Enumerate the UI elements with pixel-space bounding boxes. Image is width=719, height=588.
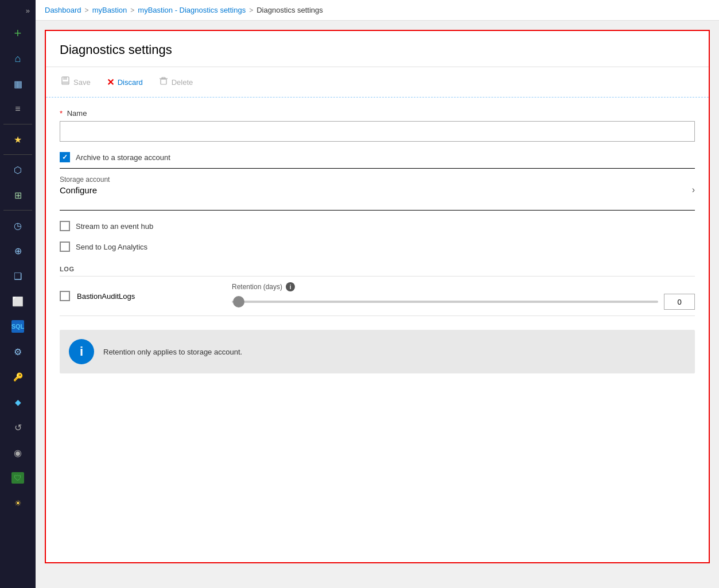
sidebar-item-recent[interactable]: ◷ <box>0 213 36 238</box>
info-banner-icon: i <box>69 339 94 364</box>
discard-icon: ✕ <box>107 77 114 88</box>
breadcrumb: Dashboard > myBastion > myBastion - Diag… <box>36 0 719 21</box>
toolbar: Save ✕ Discard Delete <box>46 67 709 98</box>
stream-checkbox[interactable] <box>60 221 70 231</box>
sidebar-item-menu[interactable]: ≡ <box>0 96 36 122</box>
svg-rect-3 <box>161 79 166 84</box>
breadcrumb-mybastion[interactable]: myBastion <box>92 6 127 14</box>
stream-checkbox-row: Stream to an event hub <box>60 221 695 231</box>
log-section-title: LOG <box>60 266 695 272</box>
breadcrumb-sep-2: > <box>130 6 134 14</box>
storage-configure-row: Configure › <box>60 185 695 200</box>
grid-icon: ⊞ <box>14 190 22 201</box>
log-row-left: BastionAuditLogs <box>60 291 232 301</box>
star-icon: ★ <box>14 134 22 145</box>
sidebar-add-button[interactable]: + <box>0 21 36 46</box>
name-field-label: * Name <box>60 109 695 118</box>
sidebar-item-resources[interactable]: ⬡ <box>0 157 36 182</box>
form-content: * Name Archive to a storage account Stor… <box>46 98 709 385</box>
bastion-audit-logs-checkbox[interactable] <box>60 291 70 301</box>
sidebar-item-keys[interactable]: 🔑 <box>0 364 36 390</box>
log-section: LOG BastionAuditLogs Retention (days) i <box>60 266 695 373</box>
info-banner-text: Retention only applies to storage accoun… <box>103 348 242 356</box>
sidebar-item-home[interactable]: ⌂ <box>0 46 36 71</box>
sidebar-item-storage[interactable]: ❑ <box>0 263 36 289</box>
archive-label[interactable]: Archive to a storage account <box>76 153 170 162</box>
log-row: BastionAuditLogs Retention (days) i <box>60 276 695 316</box>
shield-icon: 🛡 <box>11 472 24 484</box>
delete-button[interactable]: Delete <box>158 74 195 90</box>
sidebar-item-monitor[interactable]: ⬜ <box>0 289 36 314</box>
monitor-icon: ⬜ <box>12 296 24 307</box>
globe-icon: ⊕ <box>14 246 22 256</box>
sidebar-item-speedometer[interactable]: ◉ <box>0 440 36 465</box>
log-analytics-checkbox-row: Send to Log Analytics <box>60 242 695 252</box>
discard-button[interactable]: ✕ Discard <box>106 75 144 90</box>
svg-rect-1 <box>63 77 67 80</box>
save-button[interactable]: Save <box>60 74 92 90</box>
log-analytics-label[interactable]: Send to Log Analytics <box>76 243 147 251</box>
diamond-icon: ◆ <box>15 398 21 407</box>
sidebar-item-settings[interactable]: ⚙ <box>0 339 36 364</box>
required-star: * <box>60 109 63 118</box>
storage-divider <box>60 210 695 211</box>
info-banner: i Retention only applies to storage acco… <box>60 330 695 373</box>
sidebar-expand-button[interactable]: » <box>0 0 36 21</box>
name-input[interactable] <box>60 121 695 142</box>
sidebar-item-shield[interactable]: 🛡 <box>0 465 36 490</box>
cube-icon: ⬡ <box>14 165 22 176</box>
sidebar-divider-1 <box>3 124 32 124</box>
retention-label: Retention (days) <box>232 283 282 291</box>
storage-account-label: Storage account <box>60 176 695 184</box>
box-icon: ❑ <box>14 271 22 282</box>
bastion-audit-logs-label: BastionAuditLogs <box>77 292 135 301</box>
key-icon: 🔑 <box>13 372 23 381</box>
breadcrumb-current: Diagnostics settings <box>256 6 323 14</box>
archive-divider <box>60 168 695 169</box>
storage-configure-text[interactable]: Configure <box>60 185 97 195</box>
stream-label[interactable]: Stream to an event hub <box>76 222 153 231</box>
content-wrapper: Diagnostics settings Save ✕ Discard <box>36 21 719 588</box>
sidebar-item-sql[interactable]: SQL <box>0 314 36 339</box>
dashboard-icon: ▦ <box>14 79 22 89</box>
panel-header: Diagnostics settings <box>46 31 709 67</box>
slider-thumb[interactable] <box>233 296 244 307</box>
page-title: Diagnostics settings <box>60 42 695 57</box>
sidebar-item-all-services[interactable]: ⊞ <box>0 182 36 208</box>
retention-input[interactable] <box>664 294 695 310</box>
breadcrumb-sep-3: > <box>249 6 253 14</box>
retention-info-icon[interactable]: i <box>286 282 295 291</box>
slider-container <box>232 294 695 310</box>
main-area: Dashboard > myBastion > myBastion - Diag… <box>36 0 719 588</box>
home-icon: ⌂ <box>15 53 21 65</box>
circle-arrow-icon: ↺ <box>14 422 22 433</box>
sidebar-divider-3 <box>3 210 32 211</box>
expand-icon: » <box>26 6 30 15</box>
sidebar-item-dashboard[interactable]: ▦ <box>0 71 36 96</box>
sidebar-item-sun[interactable]: ☀ <box>0 490 36 516</box>
archive-checkbox-row: Archive to a storage account <box>60 152 695 162</box>
delete-icon <box>159 76 168 88</box>
log-row-right: Retention (days) i <box>232 282 695 310</box>
diagnostics-panel: Diagnostics settings Save ✕ Discard <box>45 30 710 563</box>
breadcrumb-sep-1: > <box>85 6 89 14</box>
retention-column: Retention (days) i <box>232 282 695 310</box>
sidebar-item-refresh[interactable]: ↺ <box>0 415 36 440</box>
archive-checkbox[interactable] <box>60 152 70 162</box>
storage-account-section: Storage account Configure › <box>60 176 695 200</box>
menu-icon: ≡ <box>15 104 20 114</box>
sidebar-item-network[interactable]: ⊕ <box>0 238 36 263</box>
svg-rect-2 <box>63 81 68 84</box>
retention-label-row: Retention (days) i <box>232 282 695 291</box>
breadcrumb-diagnostics-settings-link[interactable]: myBastion - Diagnostics settings <box>138 6 246 14</box>
sidebar-item-favorites[interactable]: ★ <box>0 127 36 152</box>
breadcrumb-dashboard[interactable]: Dashboard <box>45 6 81 14</box>
sidebar-item-diamond[interactable]: ◆ <box>0 390 36 415</box>
chevron-right-icon[interactable]: › <box>692 185 695 195</box>
retention-slider[interactable] <box>232 301 658 303</box>
sidebar-divider-2 <box>3 154 32 155</box>
sun-icon: ☀ <box>14 499 22 508</box>
log-analytics-checkbox[interactable] <box>60 242 70 252</box>
svg-rect-5 <box>162 77 165 79</box>
speedometer-icon: ◉ <box>14 447 22 458</box>
